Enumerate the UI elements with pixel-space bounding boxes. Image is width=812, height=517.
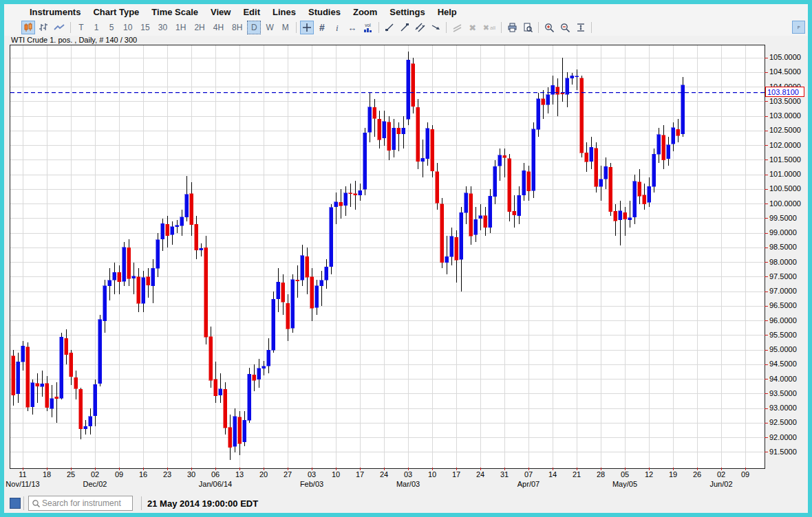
date-tick-label: 12: [641, 470, 657, 478]
timeframe-5-button[interactable]: 5: [105, 21, 118, 34]
price-tick-label: 92.5000: [765, 417, 797, 427]
horizontal-scale-button[interactable]: ↔: [345, 21, 359, 34]
chart-pane[interactable]: [10, 45, 765, 469]
clock-label: 21 May 2014 19:00:00 EDT: [147, 498, 258, 509]
menu-bar: InstrumentsChart TypeTime ScaleViewEditL…: [4, 4, 808, 19]
timeframe-1h-button[interactable]: 1H: [172, 21, 189, 34]
timeframe-4h-button[interactable]: 4H: [210, 21, 227, 34]
instrument-color-swatch[interactable]: [10, 498, 21, 509]
timeframe-w-button[interactable]: W: [262, 21, 277, 34]
volume-button[interactable]: vol: [361, 21, 375, 34]
chart-type-bars-button[interactable]: [36, 21, 50, 34]
arrow-tool-button[interactable]: [429, 21, 442, 34]
toolbar-separator: [70, 22, 71, 33]
status-bar: 21 May 2014 19:00:00 EDT: [4, 494, 808, 513]
price-tick-mark: [765, 131, 768, 131]
date-tick-label: 09: [111, 470, 127, 478]
status-separator: [23, 496, 24, 510]
price-tick-label: 95.5000: [765, 330, 797, 340]
menu-instruments[interactable]: Instruments: [23, 7, 87, 17]
price-tick-label: 104.5000: [765, 67, 801, 76]
price-axis[interactable]: 105.0000104.5000104.0000103.5000103.0000…: [765, 45, 807, 472]
price-tick-label: 97.5000: [765, 272, 797, 281]
timeframe-8h-button[interactable]: 8H: [228, 21, 246, 34]
price-tick-label: 98.5000: [765, 242, 797, 252]
info-button[interactable]: i: [330, 21, 344, 34]
fit-vertical-scale-button[interactable]: [574, 21, 588, 34]
date-tick-label: 14: [544, 470, 561, 478]
timeframe-15-button[interactable]: 15: [137, 21, 153, 34]
price-tick-mark: [765, 233, 768, 234]
timeframe-1-button[interactable]: 1: [89, 21, 103, 34]
price-tick-label: 93.5000: [765, 388, 797, 398]
print-preview-button[interactable]: [521, 21, 535, 34]
toolbar-separator: [591, 22, 592, 33]
timeframe-d-button[interactable]: D: [247, 21, 261, 34]
app-window: InstrumentsChart TypeTime ScaleViewEditL…: [0, 0, 812, 517]
timeframe-2h-button[interactable]: 2H: [191, 21, 208, 34]
trend-line-icon: [385, 23, 394, 32]
chart-type-candlestick-button[interactable]: [21, 21, 35, 34]
menu-chart-type[interactable]: Chart Type: [87, 7, 145, 17]
date-tick-label: 07: [520, 470, 537, 478]
date-axis[interactable]: 1118250209162330061320270310172403101724…: [10, 468, 809, 494]
crosshair-icon: [302, 23, 312, 32]
month-label: Jun/02: [697, 480, 745, 488]
month-label: May/05: [601, 480, 649, 488]
left-right-arrows-icon: ↔: [348, 23, 356, 32]
delete-all-lines-button[interactable]: ✖all: [481, 21, 498, 34]
menu-time-scale[interactable]: Time Scale: [145, 7, 204, 17]
menu-lines[interactable]: Lines: [266, 7, 302, 17]
zoom-out-button[interactable]: [558, 21, 573, 34]
grid-button[interactable]: #: [315, 21, 329, 34]
date-tick-label: 05: [617, 470, 633, 478]
date-tick-label: 16: [135, 470, 151, 478]
crosshair-button[interactable]: [300, 21, 314, 34]
toolbar-separator: [296, 22, 297, 33]
timeframe-t-button[interactable]: T: [74, 21, 88, 34]
menu-zoom[interactable]: Zoom: [347, 7, 383, 17]
menu-studies[interactable]: Studies: [302, 7, 347, 17]
search-box[interactable]: [28, 496, 133, 511]
date-tick-label: 24: [376, 470, 392, 478]
zoom-in-button[interactable]: [542, 21, 557, 34]
channel-icon: [415, 23, 425, 32]
pin-panel-button[interactable]: [792, 21, 805, 34]
price-tick-mark: [765, 145, 768, 146]
menu-settings[interactable]: Settings: [383, 7, 431, 17]
info-icon: i: [336, 23, 339, 32]
date-tick-label: 06: [207, 470, 224, 478]
price-tick-mark: [765, 320, 768, 321]
price-tick-label: 98.0000: [765, 257, 797, 267]
parallel-line-button[interactable]: [450, 21, 464, 34]
price-tick-label: 96.0000: [765, 316, 797, 325]
date-tick-label: 28: [592, 470, 609, 478]
chart-type-line-button[interactable]: [52, 21, 67, 34]
candlestick-chart: [10, 45, 765, 468]
fit-vertical-icon: [576, 23, 586, 32]
trend-line-tool-button[interactable]: [383, 21, 396, 34]
timeframe-10-button[interactable]: 10: [120, 21, 136, 34]
date-tick-label: 13: [231, 470, 248, 478]
timeframe-30-button[interactable]: 30: [155, 21, 171, 34]
delete-line-button[interactable]: ✖: [466, 21, 480, 34]
timeframe-m-button[interactable]: M: [279, 21, 292, 34]
trend-line-flag-tool-button[interactable]: [398, 21, 412, 34]
price-tick-mark: [765, 276, 768, 277]
search-input[interactable]: [41, 498, 132, 509]
candlestick-icon: [23, 23, 33, 32]
price-tick-label: 102.5000: [765, 125, 801, 135]
date-tick-label: 18: [39, 470, 55, 478]
menu-help[interactable]: Help: [431, 7, 463, 17]
menu-view[interactable]: View: [204, 7, 237, 17]
channel-tool-button[interactable]: [413, 21, 427, 34]
menu-edit[interactable]: Edit: [237, 7, 266, 17]
date-tick-label: 09: [737, 470, 754, 478]
date-tick-label: 23: [159, 470, 175, 478]
search-icon: [32, 499, 41, 508]
print-button[interactable]: [505, 21, 520, 34]
date-tick-label: 26: [689, 470, 705, 478]
month-label: Feb/03: [288, 480, 336, 488]
month-label: Mar/03: [384, 480, 432, 488]
price-tick-mark: [765, 335, 768, 336]
